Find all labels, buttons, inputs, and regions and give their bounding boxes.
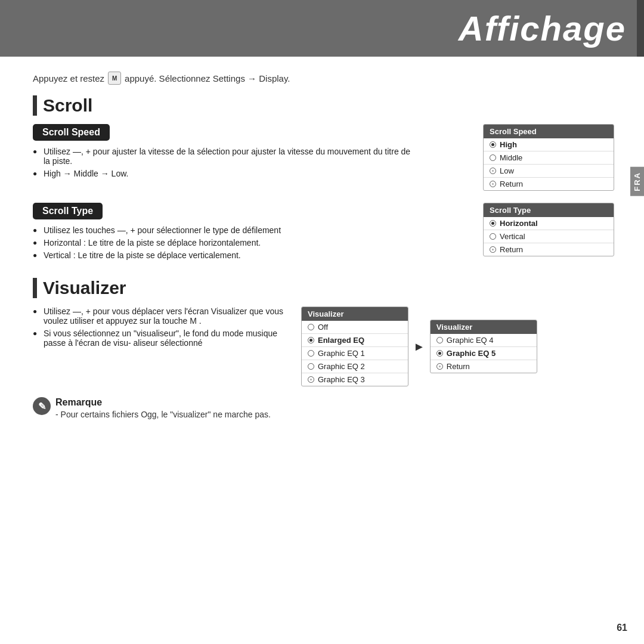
menu-item-middle: Middle bbox=[484, 151, 614, 165]
menu-item-return-type: Return bbox=[484, 243, 614, 256]
page-number: 61 bbox=[617, 623, 627, 633]
visualizer-menu2-box: Visualizer Graphic EQ 4 Graphic EQ 5 Ret… bbox=[430, 320, 537, 373]
intro-text-after: appuyé. Sélectionnez Settings → Display. bbox=[125, 73, 290, 83]
radio-off bbox=[308, 324, 314, 330]
section-bar-vis bbox=[33, 278, 37, 298]
visualizer-menu2-header: Visualizer bbox=[431, 320, 537, 334]
bullet-item: High → Middle → Low. bbox=[33, 169, 414, 178]
menu-item-geq5: Graphic EQ 5 bbox=[431, 347, 537, 360]
visualizer-bullets: Utilisez —, + pour vous déplacer vers l'… bbox=[33, 306, 289, 348]
radio-return-type bbox=[490, 246, 496, 253]
bullet-item: Utilisez —, + pour ajuster la vitesse de… bbox=[33, 147, 414, 166]
menu-item-return: Return bbox=[484, 178, 614, 190]
visualizer-section-title: Visualizer bbox=[33, 278, 614, 298]
m-button-icon: M bbox=[108, 72, 121, 85]
scroll-speed-menu-header: Scroll Speed bbox=[484, 125, 614, 138]
radio-middle bbox=[490, 154, 496, 161]
scroll-type-section: Scroll Type Utilisez les touches —, + po… bbox=[33, 203, 614, 266]
visualizer-menus: Visualizer Off Enlarged EQ Graphic EQ 1 … bbox=[301, 306, 537, 386]
radio-geq4 bbox=[436, 337, 443, 343]
radio-return-vis bbox=[436, 363, 443, 370]
radio-return bbox=[490, 181, 496, 187]
radio-geq1 bbox=[308, 350, 314, 357]
intro-text-before: Appuyez et restez bbox=[33, 73, 104, 83]
main-content: Appuyez et restez M appuyé. Sélectionnez… bbox=[0, 57, 644, 431]
menu-item-horizontal: Horizontal bbox=[484, 217, 614, 230]
radio-vertical bbox=[490, 233, 496, 240]
radio-geq5 bbox=[436, 350, 443, 357]
menu-item-vertical: Vertical bbox=[484, 230, 614, 243]
menu-item-return-vis: Return bbox=[431, 360, 537, 373]
bullet-item: Horizontal : Le titre de la piste se dép… bbox=[33, 238, 414, 247]
menu-item-low: Low bbox=[484, 165, 614, 178]
menu-item-off: Off bbox=[302, 321, 408, 334]
remarque-icon: ✎ bbox=[33, 397, 51, 415]
visualizer-content: Utilisez —, + pour vous déplacer vers l'… bbox=[33, 306, 614, 386]
remarque-text: - Pour certains fichiers Ogg, le "visual… bbox=[55, 410, 271, 419]
remarque-box: ✎ Remarque - Pour certains fichiers Ogg,… bbox=[33, 397, 614, 419]
menu-item-geq4: Graphic EQ 4 bbox=[431, 334, 537, 347]
remarque-content: Remarque - Pour certains fichiers Ogg, l… bbox=[55, 397, 271, 419]
intro-paragraph: Appuyez et restez M appuyé. Sélectionnez… bbox=[33, 72, 614, 85]
scroll-type-heading: Scroll Type bbox=[33, 203, 103, 219]
bullet-item: Utilisez les touches —, + pour sélection… bbox=[33, 225, 414, 235]
scroll-type-bullets: Utilisez les touches —, + pour sélection… bbox=[33, 225, 414, 260]
radio-low bbox=[490, 168, 496, 174]
scroll-section-title: Scroll bbox=[33, 95, 614, 116]
menu-item-geq2: Graphic EQ 2 bbox=[302, 360, 408, 373]
radio-geq2 bbox=[308, 363, 314, 370]
scroll-speed-heading: Scroll Speed bbox=[33, 124, 110, 141]
radio-high bbox=[490, 141, 496, 148]
scroll-type-menu-header: Scroll Type bbox=[484, 203, 614, 217]
page-title: Affichage bbox=[459, 8, 626, 48]
scroll-type-menu: Scroll Type Horizontal Vertical Return bbox=[483, 203, 614, 266]
radio-geq3 bbox=[308, 376, 314, 383]
bullet-item-vis2: Si vous sélectionnez un "visualiseur", l… bbox=[33, 329, 289, 348]
radio-horizontal bbox=[490, 220, 496, 227]
radio-enlarged-eq bbox=[308, 337, 314, 343]
menu-item-enlarged-eq: Enlarged EQ bbox=[302, 334, 408, 347]
bullet-item: Vertical : Le titre de la piste se dépla… bbox=[33, 250, 414, 260]
scroll-speed-left: Scroll Speed Utilisez —, + pour ajuster … bbox=[33, 124, 414, 191]
visualizer-left: Utilisez —, + pour vous déplacer vers l'… bbox=[33, 306, 289, 386]
menu-item-high: High bbox=[484, 138, 614, 151]
scroll-speed-section: Scroll Speed Utilisez —, + pour ajuster … bbox=[33, 124, 614, 191]
visualizer-menu1-box: Visualizer Off Enlarged EQ Graphic EQ 1 … bbox=[301, 306, 408, 386]
header: Affichage bbox=[0, 0, 644, 57]
menu-item-geq3: Graphic EQ 3 bbox=[302, 373, 408, 386]
scroll-speed-menu: Scroll Speed High Middle Low Return bbox=[483, 124, 614, 191]
arrow-right-icon: ► bbox=[413, 340, 425, 354]
header-bar bbox=[637, 0, 644, 57]
section-bar bbox=[33, 95, 37, 116]
scroll-speed-menu-box: Scroll Speed High Middle Low Return bbox=[483, 124, 614, 191]
remarque-title: Remarque bbox=[55, 397, 271, 408]
scroll-speed-bullets: Utilisez —, + pour ajuster la vitesse de… bbox=[33, 147, 414, 178]
scroll-type-left: Scroll Type Utilisez les touches —, + po… bbox=[33, 203, 414, 266]
fra-label: FRA bbox=[630, 167, 644, 196]
visualizer-menu1-header: Visualizer bbox=[302, 307, 408, 321]
menu-item-geq1: Graphic EQ 1 bbox=[302, 347, 408, 360]
scroll-type-menu-box: Scroll Type Horizontal Vertical Return bbox=[483, 203, 614, 256]
bullet-item-vis1: Utilisez —, + pour vous déplacer vers l'… bbox=[33, 306, 289, 326]
